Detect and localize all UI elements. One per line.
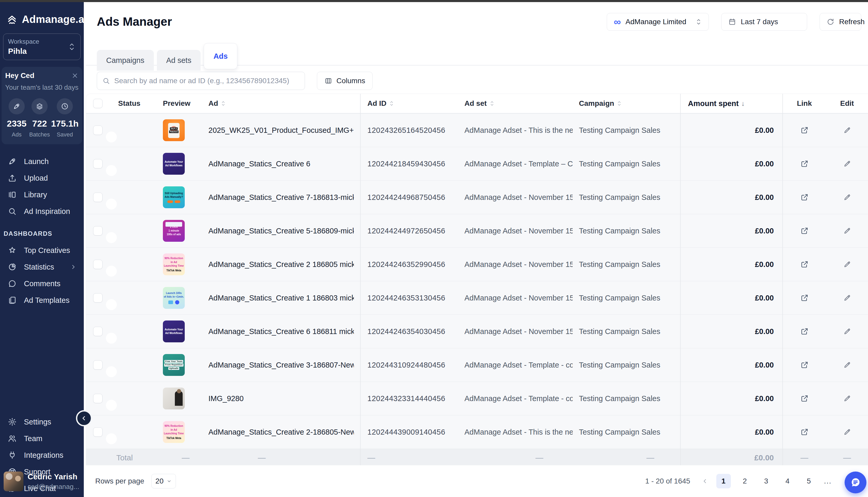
refresh-button[interactable]: Refresh bbox=[819, 13, 861, 31]
search-input[interactable] bbox=[114, 77, 300, 85]
row-checkbox[interactable] bbox=[93, 193, 102, 202]
prev-page-icon[interactable] bbox=[702, 478, 708, 484]
tab-ads[interactable]: Ads bbox=[204, 43, 237, 69]
preview-thumb[interactable]: Automate YourAd Workflows bbox=[163, 321, 185, 342]
external-link-icon[interactable] bbox=[800, 260, 809, 269]
sidebar-item-comments[interactable]: Comments bbox=[0, 275, 84, 292]
row-checkbox[interactable] bbox=[93, 360, 102, 370]
stat-batches: 722 Batches bbox=[28, 98, 51, 138]
user-menu[interactable]: Cedric Yarish ced@admanag... bbox=[0, 468, 84, 494]
sort-icon bbox=[490, 100, 495, 107]
pencil-icon[interactable] bbox=[843, 227, 851, 235]
col-header-ad-id[interactable]: Ad ID bbox=[361, 99, 458, 108]
external-link-icon[interactable] bbox=[800, 394, 809, 403]
date-range-picker[interactable]: Last 7 days bbox=[721, 13, 807, 31]
external-link-icon[interactable] bbox=[800, 227, 809, 235]
col-header-campaign[interactable]: Campaign bbox=[573, 99, 680, 108]
page-button-4[interactable]: 4 bbox=[780, 474, 795, 488]
pencil-icon[interactable] bbox=[843, 395, 851, 402]
sidebar-item-team[interactable]: Team bbox=[0, 430, 84, 447]
page-button-1[interactable]: 1 bbox=[716, 474, 731, 488]
pencil-icon[interactable] bbox=[843, 361, 851, 369]
col-header-ad-set[interactable]: Ad set bbox=[458, 99, 573, 108]
ad-name[interactable]: AdManage_Statics_Creative 3-186807-NewCr… bbox=[208, 361, 354, 369]
pencil-icon[interactable] bbox=[843, 294, 851, 302]
pencil-icon[interactable] bbox=[843, 126, 851, 134]
preview-thumb[interactable]: GLP-1Patches bbox=[163, 119, 185, 141]
row-checkbox[interactable] bbox=[93, 293, 102, 302]
ad-name[interactable]: AdManage_Statics_Creative 6 bbox=[208, 160, 311, 168]
tab-campaigns[interactable]: Campaigns bbox=[97, 50, 154, 71]
pencil-icon[interactable] bbox=[843, 327, 851, 335]
preview-thumb[interactable]: Free Your TeamFrom RepetitiveUploads bbox=[163, 354, 185, 376]
sidebar-item-library[interactable]: Library bbox=[0, 186, 84, 203]
preview-thumb[interactable]: Still UploadingAds Manually? bbox=[163, 186, 185, 208]
pencil-icon[interactable] bbox=[843, 428, 851, 436]
columns-button[interactable]: Columns bbox=[317, 72, 373, 90]
ad-name[interactable]: AdManage_Statics_Creative 2 186805 micka… bbox=[208, 260, 354, 269]
account-selector[interactable]: ∞ AdManage Limited bbox=[607, 13, 709, 31]
preview-thumb[interactable]: Automate YourAd Workflows bbox=[163, 153, 185, 175]
sidebar-item-ad-inspiration[interactable]: Ad Inspiration bbox=[0, 203, 84, 219]
ad-set-name: AdManage Adset - Template - copy: bbox=[458, 361, 573, 369]
preview-thumb[interactable]: 90% Reductionin AdLaunching TimeTikTok M… bbox=[163, 253, 185, 275]
sort-icon bbox=[389, 100, 394, 107]
row-checkbox[interactable] bbox=[93, 159, 102, 168]
chat-fab-button[interactable] bbox=[844, 471, 866, 493]
pencil-icon[interactable] bbox=[843, 260, 851, 268]
edit-cell bbox=[826, 395, 868, 402]
external-link-icon[interactable] bbox=[800, 294, 809, 302]
edit-cell bbox=[826, 327, 868, 335]
row-checkbox[interactable] bbox=[93, 126, 102, 135]
preview-thumb[interactable]: 1 click1 minute100s of ads bbox=[163, 220, 185, 242]
col-header-amount-spent[interactable]: Amount spent ↓ bbox=[680, 94, 783, 113]
page-button-5[interactable]: 5 bbox=[802, 474, 816, 488]
ad-name[interactable]: 2025_WK25_V01_Product_Focused_IMG+TEXT_( bbox=[208, 126, 354, 134]
tab-ad-sets[interactable]: Ad sets bbox=[157, 50, 201, 71]
sidebar-item-settings[interactable]: Settings bbox=[0, 414, 84, 430]
ad-name[interactable]: AdManage_Statics_Creative 6 186811 micka… bbox=[208, 327, 354, 336]
external-link-icon[interactable] bbox=[800, 428, 809, 436]
preview-thumb[interactable]: 90% Reductionin AdLaunching TimeTikTok M… bbox=[163, 421, 185, 443]
pencil-icon[interactable] bbox=[843, 194, 851, 201]
ad-name[interactable]: AdManage_Statics_Creative 5-186809-micka… bbox=[208, 227, 354, 235]
sidebar-item-label: Library bbox=[24, 190, 47, 199]
external-link-icon[interactable] bbox=[800, 193, 809, 201]
pencil-icon[interactable] bbox=[843, 160, 851, 168]
col-header-ad[interactable]: Ad bbox=[208, 94, 361, 113]
row-checkbox[interactable] bbox=[93, 394, 102, 403]
search-box bbox=[97, 72, 305, 90]
select-all-checkbox[interactable] bbox=[93, 99, 102, 108]
total-dash: — bbox=[783, 453, 826, 462]
admanage-logo-icon bbox=[6, 14, 18, 25]
sidebar-item-statistics[interactable]: Statistics bbox=[0, 259, 84, 275]
link-cell bbox=[783, 394, 826, 403]
row-checkbox[interactable] bbox=[93, 226, 102, 236]
external-link-icon[interactable] bbox=[800, 327, 809, 336]
external-link-icon[interactable] bbox=[800, 126, 809, 134]
sidebar-item-integrations[interactable]: Integrations bbox=[0, 447, 84, 464]
page-button-2[interactable]: 2 bbox=[738, 474, 752, 488]
external-link-icon[interactable] bbox=[800, 361, 809, 369]
sidebar-item-upload[interactable]: Upload bbox=[0, 170, 84, 186]
preview-thumb[interactable]: Launch 100sof Ads in <1min. bbox=[163, 287, 185, 309]
sidebar-item-launch[interactable]: Launch bbox=[0, 153, 84, 170]
workspace-selector[interactable]: Workspace Pihla bbox=[3, 33, 81, 60]
row-checkbox[interactable] bbox=[93, 327, 102, 336]
sidebar-item-ad-templates[interactable]: Ad Templates bbox=[0, 292, 84, 309]
ad-name[interactable]: IMG_9280 bbox=[208, 394, 244, 403]
ad-name[interactable]: AdManage_Statics_Creative 2-186805-NewCr… bbox=[208, 428, 354, 437]
ad-name[interactable]: AdManage_Statics_Creative 1 186803 micka… bbox=[208, 294, 354, 302]
ad-name[interactable]: AdManage_Statics_Creative 7-186813-micka… bbox=[208, 193, 354, 202]
page-button-3[interactable]: 3 bbox=[759, 474, 774, 488]
preview-thumb[interactable] bbox=[163, 387, 185, 409]
close-icon[interactable] bbox=[71, 72, 79, 79]
sidebar-item-top-creatives[interactable]: Top Creatives bbox=[0, 242, 84, 259]
row-checkbox[interactable] bbox=[93, 260, 102, 269]
sidebar-collapse-button[interactable] bbox=[76, 410, 92, 426]
rows-per-page-select[interactable]: 20 bbox=[151, 474, 176, 488]
edit-cell bbox=[826, 194, 868, 201]
chevron-down-icon bbox=[166, 478, 172, 484]
row-checkbox[interactable] bbox=[93, 427, 102, 437]
external-link-icon[interactable] bbox=[800, 160, 809, 168]
